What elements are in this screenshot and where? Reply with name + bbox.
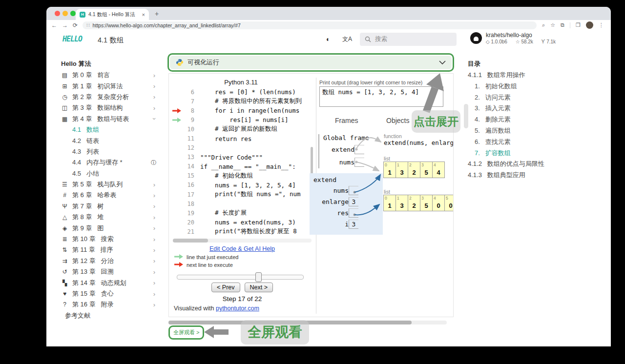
back-icon[interactable]: ← bbox=[51, 22, 57, 29]
prev-button[interactable]: < Prev bbox=[211, 283, 240, 292]
chevron-right-icon[interactable]: › bbox=[153, 290, 155, 298]
chevron-right-icon[interactable]: › bbox=[153, 202, 155, 210]
side-panel-icon[interactable]: ❐ bbox=[576, 22, 581, 28]
minimize-window-button[interactable] bbox=[62, 11, 68, 16]
reload-icon[interactable]: ⟳ bbox=[73, 22, 78, 29]
github-repo-link[interactable]: krahets/hello-algo ◇ 1.0.0b6 ☆ 58.2k Ƴ 7… bbox=[470, 32, 562, 44]
toc-item[interactable]: 5. 遍历数组 bbox=[468, 125, 604, 137]
edit-code-link[interactable]: Edit Code & Get AI Help bbox=[169, 245, 315, 252]
sidebar-item[interactable]: ◫第 3 章 数据结构› bbox=[61, 102, 156, 113]
bookmark-star-icon[interactable]: ☆ bbox=[550, 22, 555, 28]
sidebar-item[interactable]: ⊞第 1 章 初识算法› bbox=[61, 81, 156, 91]
chevron-right-icon[interactable]: › bbox=[153, 236, 155, 243]
new-tab-button[interactable]: + bbox=[155, 10, 159, 18]
fullscreen-link[interactable]: 全屏观看 > bbox=[168, 325, 204, 340]
toc-item[interactable]: 4. 删除元素 bbox=[468, 114, 604, 125]
visual-run-header[interactable]: 可视化运行 bbox=[170, 56, 452, 69]
sidebar-item[interactable]: ⇉第 12 章 分治› bbox=[61, 256, 156, 266]
code-horizontal-scrollbar[interactable] bbox=[173, 239, 312, 243]
sidebar-item[interactable]: Ψ第 7 章 树› bbox=[61, 201, 156, 212]
data-structure-icon: ◫ bbox=[61, 104, 68, 111]
chevron-right-icon[interactable]: › bbox=[153, 82, 155, 90]
extensions-icon[interactable]: ⧉ bbox=[561, 22, 564, 28]
sidebar-item[interactable]: ↺第 13 章 回溯› bbox=[61, 266, 156, 277]
close-window-button[interactable] bbox=[55, 11, 60, 16]
pythontutor-link[interactable]: pythontutor.com bbox=[216, 305, 259, 312]
zoom-icon[interactable]: ⌕ bbox=[542, 22, 545, 28]
sidebar-item-references[interactable]: 参考文献 bbox=[61, 310, 156, 321]
site-logo[interactable]: HELLO bbox=[62, 35, 82, 43]
profile-avatar[interactable] bbox=[586, 21, 593, 29]
chevron-right-icon[interactable]: › bbox=[153, 192, 155, 199]
chevron-right-icon[interactable]: › bbox=[153, 246, 155, 254]
slider-thumb[interactable] bbox=[255, 272, 262, 282]
toc-item[interactable]: 2. 访问元素 bbox=[468, 92, 604, 103]
chevron-right-icon[interactable]: › bbox=[153, 279, 155, 286]
sidebar-item[interactable]: ◷第 2 章 复杂度分析› bbox=[61, 92, 156, 102]
sidebar-item[interactable]: ☰第 5 章 栈与队列› bbox=[61, 179, 156, 190]
appendix-icon: ? bbox=[61, 301, 68, 308]
sidebar-item-label: 第 11 章 排序 bbox=[72, 245, 153, 254]
divide-conquer-icon: ⇉ bbox=[61, 258, 68, 264]
maximize-window-button[interactable] bbox=[70, 11, 76, 16]
sidebar-subitem[interactable]: 4.5 小结 bbox=[61, 168, 156, 179]
line-number: 8 bbox=[184, 107, 194, 114]
chevron-right-icon[interactable]: › bbox=[153, 224, 155, 232]
toc-item[interactable]: 6. 查找元素 bbox=[468, 137, 604, 148]
next-button[interactable]: Next > bbox=[245, 283, 273, 292]
sidebar-item[interactable]: ?第 16 章 附录› bbox=[61, 299, 156, 310]
chevron-right-icon[interactable]: › bbox=[153, 104, 155, 112]
step-slider[interactable] bbox=[177, 275, 304, 280]
theme-toggle-icon[interactable]: ◐ bbox=[326, 35, 330, 43]
list-cell: 40 bbox=[432, 195, 445, 211]
code-text: # 长度扩展 bbox=[194, 209, 247, 217]
book-icon: ▤ bbox=[61, 72, 68, 79]
sidebar-item[interactable]: △第 8 章 堆› bbox=[61, 212, 156, 222]
search-input[interactable]: 搜索 bbox=[360, 33, 457, 46]
sidebar-item[interactable]: #第 6 章 哈希表› bbox=[61, 190, 156, 201]
chevron-right-icon[interactable]: › bbox=[153, 181, 155, 188]
address-bar[interactable]: ∷ https://www.hello-algo.com/chapter_arr… bbox=[83, 21, 537, 29]
list-index: 3 bbox=[421, 196, 424, 201]
toc-item[interactable]: 4.1.3 数组典型应用 bbox=[468, 170, 604, 181]
function-type-label: function bbox=[384, 133, 402, 139]
code-line: 17 print("数组 nums =", num bbox=[172, 190, 313, 199]
legend-executed: line that just executed bbox=[174, 254, 238, 260]
chevron-right-icon[interactable]: › bbox=[153, 214, 155, 221]
sidebar-item[interactable]: ≣第 10 章 搜索› bbox=[61, 234, 156, 244]
sidebar-item[interactable]: ▤第 0 章 前言› bbox=[61, 70, 156, 81]
translate-icon[interactable]: 文A bbox=[342, 35, 352, 43]
sidebar-subitem[interactable]: 4.3 列表 bbox=[61, 146, 156, 157]
chevron-right-icon[interactable]: › bbox=[153, 301, 155, 308]
forward-icon[interactable]: → bbox=[62, 22, 68, 29]
frame-variable-row: i3 bbox=[313, 219, 383, 230]
sidebar-subitem[interactable]: 4.1 数组 bbox=[61, 124, 156, 135]
sidebar-subitem[interactable]: 4.2 链表 bbox=[61, 135, 156, 146]
sort-icon: ⇅ bbox=[61, 246, 68, 253]
chevron-right-icon[interactable]: › bbox=[153, 72, 155, 79]
toc-item[interactable]: 4.1.2 数组的优点与局限性 bbox=[468, 159, 604, 170]
sidebar-item-label: 第 15 章 贪心 bbox=[72, 289, 153, 298]
content-scrollbar[interactable] bbox=[464, 104, 468, 128]
chevron-right-icon[interactable]: › bbox=[153, 268, 155, 276]
chevron-right-icon[interactable]: › bbox=[153, 257, 155, 264]
menu-dots-icon[interactable]: ⋮ bbox=[599, 22, 604, 28]
chevron-right-icon[interactable]: › bbox=[153, 93, 155, 101]
site-info-icon[interactable]: ∷ bbox=[86, 22, 89, 28]
sidebar-item[interactable]: ◈第 9 章 图› bbox=[61, 222, 156, 233]
toc-item[interactable]: 1. 初始化数组 bbox=[468, 81, 604, 92]
close-tab-icon[interactable]: × bbox=[142, 12, 145, 18]
toc-item[interactable]: 3. 插入元素 bbox=[468, 103, 604, 114]
sidebar-item[interactable]: ▚第 14 章 动态规划› bbox=[61, 277, 156, 288]
toc-item[interactable]: 4.1.1 数组常用操作 bbox=[468, 70, 604, 81]
browser-tab[interactable]: H 4.1 数组 - Hello 算法 × bbox=[76, 9, 149, 20]
frame-variable-row: res bbox=[313, 207, 383, 219]
chevron-down-icon[interactable]: › bbox=[150, 118, 158, 120]
sidebar-subitem[interactable]: 4.4 内存与缓存 *ⓘ bbox=[61, 157, 156, 168]
toc-item[interactable]: 7. 扩容数组 bbox=[468, 148, 604, 159]
sidebar-item[interactable]: ▦第 4 章 数组与链表› bbox=[61, 114, 156, 124]
chevron-down-icon[interactable] bbox=[439, 61, 446, 64]
list-cell: 35 bbox=[420, 162, 433, 178]
sidebar-item[interactable]: ⇅第 11 章 排序› bbox=[61, 244, 156, 255]
sidebar-item[interactable]: ♥第 15 章 贪心› bbox=[61, 288, 156, 299]
